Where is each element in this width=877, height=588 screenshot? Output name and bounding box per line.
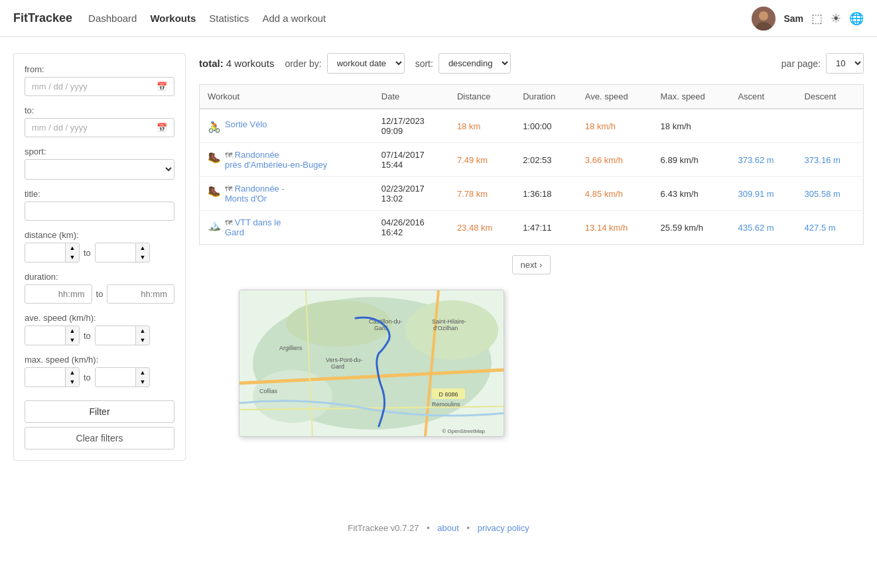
duration-to-input[interactable] bbox=[107, 284, 174, 304]
nav-dashboard[interactable]: Dashboard bbox=[88, 13, 137, 24]
navbar: FitTrackee Dashboard Workouts Statistics… bbox=[0, 0, 877, 37]
next-page-button[interactable]: next › bbox=[512, 255, 551, 274]
max-speed-to-down[interactable]: ▼ bbox=[136, 377, 149, 386]
max-speed-to-input[interactable] bbox=[96, 369, 135, 386]
ave-speed-3: 4.85 km/h bbox=[585, 189, 623, 199]
ave-speed-to-spin[interactable]: ▲ ▼ bbox=[95, 325, 150, 345]
max-speed-sep: to bbox=[84, 373, 91, 382]
sort-label: sort: bbox=[415, 58, 433, 69]
duration-from-input[interactable] bbox=[25, 284, 92, 304]
footer-privacy[interactable]: privacy policy bbox=[478, 523, 529, 533]
title-input[interactable] bbox=[25, 202, 174, 221]
ave-speed-from-up[interactable]: ▲ bbox=[66, 326, 79, 335]
ave-speed-from-down[interactable]: ▼ bbox=[66, 335, 79, 345]
from-date-input[interactable]: mm / dd / yyyy 📅 bbox=[25, 77, 174, 96]
ave-speed-2: 3.66 km/h bbox=[585, 155, 623, 165]
svg-text:Saint-Hilaire-: Saint-Hilaire- bbox=[432, 318, 466, 325]
from-calendar-icon[interactable]: 📅 bbox=[157, 82, 167, 91]
avatar bbox=[752, 7, 776, 30]
nav-workouts[interactable]: Workouts bbox=[150, 13, 196, 24]
filter-button[interactable]: Filter bbox=[25, 400, 174, 423]
sport-select[interactable] bbox=[25, 159, 174, 180]
ave-speed-to-up[interactable]: ▲ bbox=[136, 326, 149, 335]
nav-right: Sam ⬚ ☀ 🌐 bbox=[752, 7, 864, 30]
svg-text:Gard: Gard bbox=[331, 363, 344, 370]
distance-from-input[interactable] bbox=[25, 245, 65, 261]
workout-link-4[interactable]: VTT dans leGard bbox=[225, 217, 281, 237]
distance-to-spinners: ▲ ▼ bbox=[135, 243, 149, 262]
max-speed-from-spinners: ▲ ▼ bbox=[65, 368, 79, 386]
descent-3: 305.58 m bbox=[805, 189, 841, 199]
distance-from-down[interactable]: ▼ bbox=[66, 253, 79, 262]
per-page-group: par page: 10 20 50 bbox=[781, 53, 864, 74]
max-speed-from-up[interactable]: ▲ bbox=[66, 368, 79, 377]
workout-link-2[interactable]: Randonnéeprès d'Ambérieu-en-Bugey bbox=[225, 150, 327, 170]
to-calendar-icon[interactable]: 📅 bbox=[157, 123, 167, 133]
footer-about[interactable]: about bbox=[437, 523, 459, 533]
date-2: 07/14/201715:44 bbox=[373, 143, 449, 177]
from-group: from: mm / dd / yyyy 📅 bbox=[25, 64, 174, 96]
footer-dot-2: • bbox=[466, 523, 470, 533]
total-label: total: bbox=[199, 58, 224, 69]
sort-select[interactable]: descending ascending bbox=[438, 53, 511, 74]
svg-text:D 6086: D 6086 bbox=[438, 391, 458, 398]
title-group: title: bbox=[25, 189, 174, 221]
distance-to-spin[interactable]: ▲ ▼ bbox=[95, 243, 150, 263]
table-row: 🥾 🗺 Randonnéeprès d'Ambérieu-en-Bugey 07… bbox=[200, 143, 864, 177]
per-page-select[interactable]: 10 20 50 bbox=[826, 53, 864, 74]
ascent-1 bbox=[730, 109, 796, 143]
svg-text:Collias: Collias bbox=[259, 388, 278, 394]
from-date-placeholder: mm / dd / yyyy bbox=[32, 82, 88, 91]
workout-link-1[interactable]: Sortie Vélo bbox=[225, 119, 267, 129]
ave-speed-from-input[interactable] bbox=[25, 327, 65, 344]
ascent-3: 309.91 m bbox=[738, 189, 774, 199]
distance-to-up[interactable]: ▲ bbox=[136, 243, 149, 253]
language-icon[interactable]: 🌐 bbox=[849, 11, 864, 26]
descent-2: 373.16 m bbox=[805, 155, 841, 165]
duration-sep: to bbox=[96, 289, 103, 299]
distance-label: distance (km): bbox=[25, 230, 174, 240]
map-icon-3: 🗺 bbox=[225, 185, 232, 193]
max-speed-2: 6.89 km/h bbox=[653, 143, 730, 177]
sort-group: sort: descending ascending bbox=[415, 53, 511, 74]
ave-speed-to-input[interactable] bbox=[96, 327, 135, 344]
col-descent: Descent bbox=[797, 85, 864, 109]
theme-icon[interactable]: ☀ bbox=[831, 11, 841, 26]
from-label: from: bbox=[25, 64, 174, 74]
duration-1: 1:00:00 bbox=[515, 109, 577, 143]
ave-speed-from-spin[interactable]: ▲ ▼ bbox=[25, 325, 80, 345]
ave-speed-group: ave. speed (km/h): ▲ ▼ to ▲ ▼ bbox=[25, 313, 174, 345]
max-speed-to-spin[interactable]: ▲ ▼ bbox=[95, 367, 150, 387]
distance-1: 18 km bbox=[457, 121, 480, 131]
max-speed-4: 25.59 km/h bbox=[653, 211, 730, 245]
date-1: 12/17/202309:09 bbox=[373, 109, 449, 143]
nav-statistics[interactable]: Statistics bbox=[209, 13, 249, 24]
ave-speed-range: ▲ ▼ to ▲ ▼ bbox=[25, 325, 174, 345]
distance-from-spin[interactable]: ▲ ▼ bbox=[25, 243, 80, 263]
map-container: D 6086 Argilliers Castillon-du- Gard Sai… bbox=[239, 290, 504, 436]
distance-from-spinners: ▲ ▼ bbox=[65, 243, 79, 262]
order-by-select[interactable]: workout date distance duration ave. spee… bbox=[327, 53, 405, 74]
main-content: total: 4 workouts order by: workout date… bbox=[199, 53, 864, 461]
clear-filters-button[interactable]: Clear filters bbox=[25, 427, 174, 449]
max-speed-from-spin[interactable]: ▲ ▼ bbox=[25, 367, 80, 387]
title-label: title: bbox=[25, 189, 174, 199]
distance-to-input[interactable] bbox=[96, 245, 135, 261]
max-speed-from-input[interactable] bbox=[25, 369, 65, 386]
nav-add-workout[interactable]: Add a workout bbox=[262, 13, 326, 24]
ave-speed-to-down[interactable]: ▼ bbox=[136, 335, 149, 345]
logout-icon[interactable]: ⬚ bbox=[811, 11, 823, 26]
distance-4: 23.48 km bbox=[457, 223, 492, 233]
workout-link-3[interactable]: Randonnée -Monts d'Or bbox=[225, 184, 285, 204]
to-date-input[interactable]: mm / dd / yyyy 📅 bbox=[25, 118, 174, 137]
distance-from-up[interactable]: ▲ bbox=[66, 243, 79, 253]
distance-to-down[interactable]: ▼ bbox=[136, 253, 149, 262]
workout-cell: 🥾 🗺 Randonnée -Monts d'Or bbox=[208, 184, 366, 204]
max-speed-to-spinners: ▲ ▼ bbox=[135, 368, 149, 386]
to-group: to: mm / dd / yyyy 📅 bbox=[25, 105, 174, 137]
max-speed-label: max. speed (km/h): bbox=[25, 355, 174, 365]
to-date-placeholder: mm / dd / yyyy bbox=[32, 123, 88, 133]
duration-group: duration: to bbox=[25, 272, 174, 304]
max-speed-to-up[interactable]: ▲ bbox=[136, 368, 149, 377]
max-speed-from-down[interactable]: ▼ bbox=[66, 377, 79, 386]
